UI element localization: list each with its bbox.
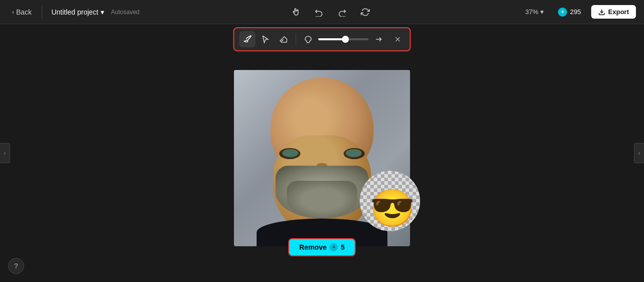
right-arrow-tool-button[interactable] [371, 31, 387, 47]
refresh-icon [361, 8, 370, 17]
project-name-chevron-icon: ▾ [101, 8, 104, 16]
topbar: ‹ Back Untitled project ▾ Autosaved [0, 0, 644, 24]
lasso-icon [304, 35, 313, 44]
toolbar-close-button[interactable] [391, 32, 405, 46]
left-panel-toggle[interactable]: › [0, 143, 10, 163]
topbar-left: ‹ Back Untitled project ▾ Autosaved [8, 6, 139, 18]
close-icon [394, 35, 402, 43]
selection-tool-button[interactable] [258, 31, 274, 47]
right-panel-chevron-icon: ‹ [638, 150, 640, 157]
right-panel-toggle[interactable]: ‹ [634, 143, 644, 163]
eraser-icon [279, 35, 288, 44]
brush-tool-button[interactable] [239, 31, 256, 47]
remove-button[interactable]: Remove + 5 [288, 238, 356, 256]
grab-icon [291, 8, 300, 17]
credits-button[interactable]: + 295 [554, 6, 585, 19]
autosaved-status: Autosaved [111, 9, 140, 16]
remove-label: Remove [299, 243, 327, 251]
remove-credits-icon: + [330, 243, 338, 251]
brush-size-slider[interactable] [318, 38, 369, 40]
back-label: Back [16, 8, 32, 16]
project-name[interactable]: Untitled project ▾ [48, 6, 107, 18]
redo-button[interactable] [336, 6, 349, 19]
brush-icon [243, 35, 252, 44]
left-panel-chevron-icon: › [4, 150, 6, 157]
back-button[interactable]: ‹ Back [8, 6, 36, 18]
help-icon: ? [14, 262, 19, 270]
grab-tool-button[interactable] [289, 6, 302, 19]
credits-icon: + [558, 8, 567, 17]
zoom-level: 37% [525, 8, 538, 16]
selection-icon [261, 35, 270, 44]
credits-count: 295 [570, 8, 581, 16]
remove-count: 5 [341, 243, 345, 251]
download-icon [598, 9, 605, 16]
help-button[interactable]: ? [8, 258, 24, 274]
lasso-tool-button[interactable] [300, 31, 316, 47]
undo-icon [314, 8, 324, 17]
redo-icon [338, 8, 347, 17]
toolbar-slider-container [318, 38, 369, 40]
zoom-button[interactable]: 37% ▾ [521, 6, 548, 18]
image-container: 😎 Remove + 5 [234, 70, 410, 251]
refresh-button[interactable] [359, 6, 372, 19]
zoom-chevron-icon: ▾ [540, 8, 544, 16]
export-button[interactable]: Export [591, 5, 636, 19]
right-arrow-icon [374, 35, 383, 44]
project-name-text: Untitled project [51, 8, 98, 16]
canvas-area: › 😎 [0, 24, 644, 282]
floating-toolbar [233, 27, 411, 51]
toolbar-divider [296, 33, 296, 45]
eraser-tool-button[interactable] [276, 31, 292, 47]
topbar-divider [42, 6, 42, 18]
topbar-center [289, 6, 372, 19]
back-arrow-icon: ‹ [12, 9, 14, 16]
undo-button[interactable] [312, 6, 326, 19]
topbar-right: 37% ▾ + 295 Export [521, 5, 636, 19]
export-label: Export [608, 8, 629, 16]
sticker-emoji[interactable]: 😎 [370, 190, 415, 226]
